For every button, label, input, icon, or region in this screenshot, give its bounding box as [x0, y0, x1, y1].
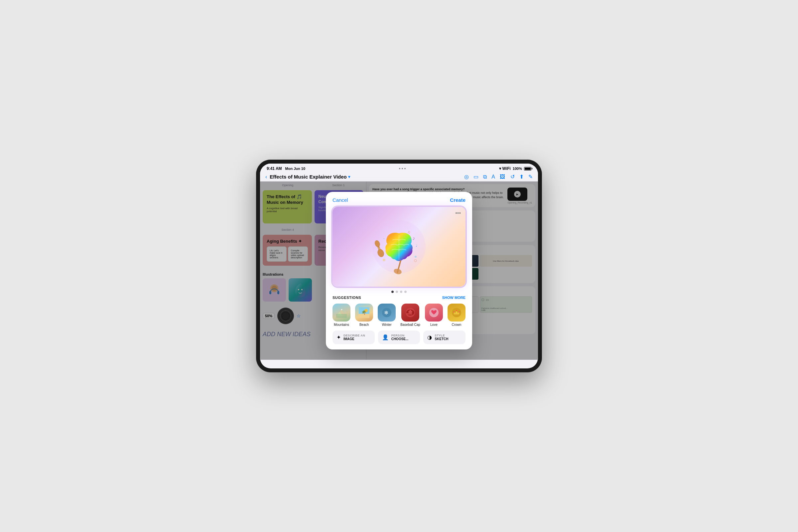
svg-text:🌴: 🌴 — [361, 310, 366, 315]
svg-text:♪: ♪ — [412, 235, 415, 241]
battery-percent: 100% — [513, 167, 522, 171]
more-options-button[interactable]: ••• — [455, 210, 461, 216]
svg-rect-51 — [406, 313, 412, 315]
baseball-cap-label: Baseball Cap — [400, 323, 420, 326]
modal-header: Cancel Create — [326, 192, 472, 207]
style-option[interactable]: ◑ STYLE SKETCH — [423, 330, 466, 344]
suggestions-row: Mountains 🌴 — [332, 304, 466, 326]
font-tool-icon[interactable]: A — [491, 174, 495, 180]
page-dot-2[interactable] — [396, 291, 398, 293]
status-left: 9:41 AM Mon Jun 10 — [267, 166, 305, 171]
suggestion-beach[interactable]: 🌴 Beach — [355, 304, 373, 326]
page-indicator — [326, 287, 472, 296]
beach-label: Beach — [359, 323, 369, 326]
style-text: STYLE SKETCH — [435, 334, 448, 341]
describe-value: IMAGE — [343, 337, 365, 341]
svg-text:❄: ❄ — [384, 310, 388, 316]
status-time: 9:41 AM — [267, 166, 282, 171]
page-dot-4[interactable] — [404, 291, 407, 293]
love-icon — [425, 304, 443, 322]
svg-point-58 — [453, 311, 454, 312]
describe-text: DESCRIBE AN IMAGE — [343, 334, 365, 341]
person-option[interactable]: 👤 PERSON CHOOSE... — [378, 330, 420, 344]
style-icon: ◑ — [427, 334, 432, 341]
suggestion-love[interactable]: Love — [425, 304, 443, 326]
baseball-cap-icon — [401, 304, 419, 322]
mountains-icon — [332, 304, 350, 322]
status-dot-2 — [402, 168, 403, 169]
svg-text:⬡: ⬡ — [414, 259, 417, 262]
document-title-bar: Effects of Music Explainer Video ▾ — [270, 174, 461, 179]
svg-point-53 — [410, 310, 411, 311]
brain-illustration: ♪ ♫ ♩ ~ — [369, 217, 429, 277]
suggestion-baseball-cap[interactable]: Baseball Cap — [400, 304, 420, 326]
suggestion-winter[interactable]: ❄ Winter — [378, 304, 396, 326]
svg-rect-42 — [336, 314, 347, 318]
winter-icon: ❄ — [378, 304, 396, 322]
text-tool-icon[interactable]: ▭ — [474, 174, 478, 180]
style-value: SKETCH — [435, 337, 448, 341]
svg-text:~: ~ — [383, 237, 385, 240]
ipad-device: 9:41 AM Mon Jun 10 ▾ WiFi 100% ‹ Effects… — [256, 159, 542, 373]
create-button[interactable]: Create — [450, 197, 466, 203]
svg-rect-56 — [454, 314, 459, 315]
edit-icon[interactable]: ✎ — [528, 174, 533, 180]
suggestion-mountains[interactable]: Mountains — [332, 304, 350, 326]
person-value: CHOOSE... — [391, 337, 408, 341]
show-more-button[interactable]: SHOW MORE — [442, 296, 466, 300]
svg-text:♫: ♫ — [407, 230, 410, 234]
shape-tool-icon[interactable]: ⧉ — [483, 174, 487, 180]
crown-label: Crown — [452, 323, 461, 326]
toolbar-icons: ◎ ▭ ⧉ A 🖼 — [464, 174, 505, 180]
suggestions-label: SUGGESTIONS — [332, 296, 361, 300]
svg-point-59 — [458, 311, 459, 312]
title-chevron-icon[interactable]: ▾ — [348, 174, 350, 179]
crown-icon — [448, 304, 466, 322]
undo-icon[interactable]: ↺ — [510, 174, 515, 180]
status-dot-3 — [404, 168, 406, 169]
image-preview: ••• — [332, 207, 466, 287]
media-tool-icon[interactable]: 🖼 — [500, 174, 505, 180]
cancel-button[interactable]: Cancel — [332, 197, 348, 203]
document-title: Effects of Music Explainer Video — [270, 174, 346, 179]
modal-overlay: Cancel Create ••• — [260, 182, 538, 360]
style-label: STYLE — [435, 334, 448, 337]
status-dot-1 — [399, 168, 400, 169]
main-content: Opening Section 1 The Effects of 🎵 Music… — [260, 182, 538, 360]
svg-point-57 — [456, 310, 457, 311]
image-generation-modal: Cancel Create ••• — [326, 192, 472, 349]
status-date: Mon Jun 10 — [285, 167, 306, 171]
winter-label: Winter — [382, 323, 392, 326]
beach-icon: 🌴 — [355, 304, 373, 322]
draw-tool-icon[interactable]: ◎ — [464, 174, 469, 180]
svg-point-36 — [415, 256, 417, 258]
svg-point-35 — [383, 259, 385, 261]
love-label: Love — [430, 323, 438, 326]
app-toolbar: ‹ Effects of Music Explainer Video ▾ ◎ ▭… — [260, 172, 538, 182]
back-button[interactable]: ‹ — [265, 174, 267, 180]
device-screen: 9:41 AM Mon Jun 10 ▾ WiFi 100% ‹ Effects… — [260, 164, 538, 368]
bottom-options: ✦ DESCRIBE AN IMAGE 👤 PERSON CHOOSE... — [326, 330, 472, 349]
describe-image-option[interactable]: ✦ DESCRIBE AN IMAGE — [332, 330, 375, 344]
describe-label: DESCRIBE AN — [343, 334, 365, 337]
suggestion-crown[interactable]: Crown — [448, 304, 466, 326]
suggestions-header: SUGGESTIONS SHOW MORE — [332, 296, 466, 300]
toolbar-right-icons: ↺ ⬆ ✎ — [510, 174, 533, 180]
describe-icon: ✦ — [337, 334, 341, 341]
suggestions-section: SUGGESTIONS SHOW MORE — [326, 296, 472, 330]
person-text: PERSON CHOOSE... — [391, 334, 408, 341]
person-label: PERSON — [391, 334, 408, 337]
battery-fill — [525, 168, 531, 170]
share-icon[interactable]: ⬆ — [519, 174, 524, 180]
status-right: ▾ WiFi 100% — [499, 166, 531, 171]
status-bar: 9:41 AM Mon Jun 10 ▾ WiFi 100% — [260, 164, 538, 172]
battery-icon — [524, 167, 531, 171]
svg-text:♩: ♩ — [416, 244, 417, 247]
mountains-label: Mountains — [334, 323, 349, 326]
page-dot-3[interactable] — [400, 291, 402, 293]
page-dot-1[interactable] — [391, 291, 394, 293]
person-icon: 👤 — [382, 334, 389, 341]
wifi-icon: ▾ WiFi — [499, 166, 511, 171]
status-center — [399, 168, 406, 169]
